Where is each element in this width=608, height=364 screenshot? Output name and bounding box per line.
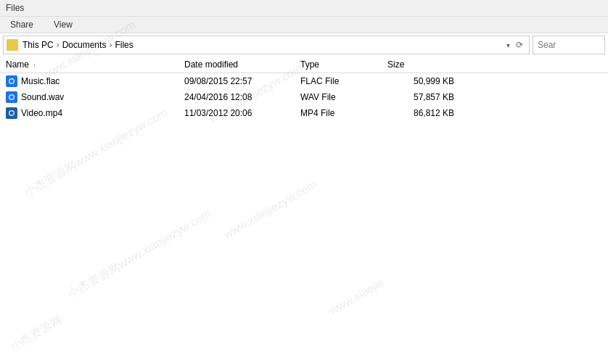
table-row[interactable]: Video.mp4 11/03/2012 20:06 MP4 File 86,8… (0, 105, 608, 121)
file-type-cell: FLAC File (297, 76, 385, 86)
ribbon: Share View (0, 17, 608, 33)
column-headers: Name ↑ Date modified Type Size (0, 57, 608, 73)
file-type-cell: MP4 File (297, 108, 385, 118)
file-date-cell: 11/03/2012 20:06 (181, 108, 297, 118)
table-row[interactable]: Sound.wav 24/04/2016 12:08 WAV File 57,8… (0, 89, 608, 105)
col-header-type[interactable]: Type (297, 58, 385, 71)
file-date-cell: 24/04/2016 12:08 (181, 92, 297, 102)
address-dropdown-btn[interactable]: ▾ (504, 41, 513, 49)
breadcrumb-thispc[interactable]: This PC (22, 40, 54, 50)
main-area: Name ↑ Date modified Type Size Music.fla… (0, 57, 608, 121)
breadcrumb-sep-1: › (57, 40, 59, 50)
svg-point-1 (10, 80, 14, 83)
ribbon-view[interactable]: View (49, 18, 77, 31)
file-name-cell: Video.mp4 (0, 107, 181, 119)
folder-icon (7, 39, 18, 51)
col-header-date[interactable]: Date modified (181, 58, 297, 71)
search-input[interactable] (533, 36, 605, 54)
address-row: This PC › Documents › Files ▾ ⟳ (0, 33, 608, 57)
file-size-cell: 57,857 KB (385, 92, 457, 102)
table-row[interactable]: Music.flac 09/08/2015 22:57 FLAC File 50… (0, 73, 608, 89)
svg-point-3 (10, 96, 14, 99)
refresh-btn[interactable]: ⟳ (513, 40, 526, 50)
sort-arrow-name: ↑ (33, 62, 36, 69)
file-list: Music.flac 09/08/2015 22:57 FLAC File 50… (0, 73, 608, 121)
file-name-cell: Music.flac (0, 75, 181, 87)
mp4-icon (6, 107, 17, 119)
col-header-name[interactable]: Name ↑ (0, 58, 181, 71)
file-name-cell: Sound.wav (0, 91, 181, 103)
file-size-cell: 86,812 KB (385, 108, 457, 118)
file-type-cell: WAV File (297, 92, 385, 102)
breadcrumb: This PC › Documents › Files (22, 40, 504, 50)
breadcrumb-files[interactable]: Files (115, 40, 133, 50)
flac-icon (6, 75, 17, 87)
file-size-cell: 50,999 KB (385, 76, 457, 86)
wav-icon (6, 91, 17, 103)
title-label: Files (6, 3, 24, 13)
breadcrumb-documents[interactable]: Documents (62, 40, 107, 50)
breadcrumb-sep-2: › (109, 40, 112, 50)
address-bar[interactable]: This PC › Documents › Files ▾ ⟳ (3, 36, 530, 54)
svg-point-5 (10, 112, 14, 115)
col-header-size[interactable]: Size (385, 58, 457, 71)
ribbon-share[interactable]: Share (6, 18, 38, 31)
title-bar: Files (0, 0, 608, 17)
file-date-cell: 09/08/2015 22:57 (181, 76, 297, 86)
